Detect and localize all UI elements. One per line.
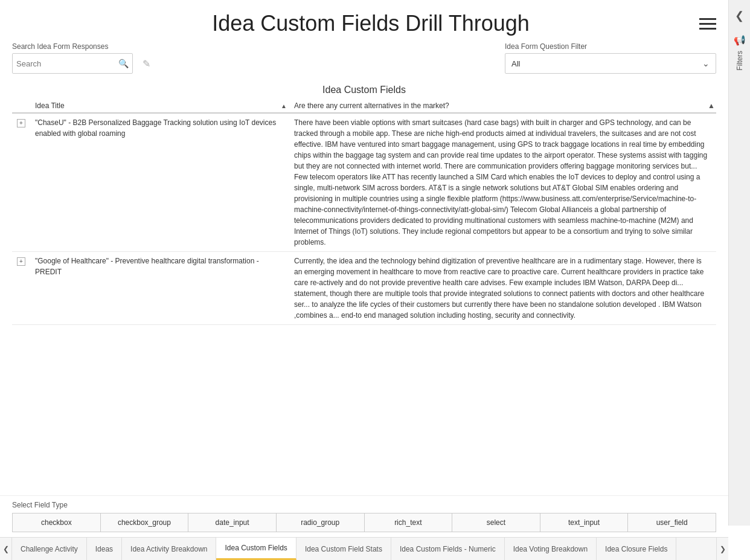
field-type-btn-user_field[interactable]: user_field xyxy=(627,513,716,532)
data-table: Idea Title ▲ Are there any current alter… xyxy=(12,99,716,329)
tab-challenge-activity[interactable]: Challenge Activity xyxy=(12,538,87,560)
filters-text: Filters xyxy=(736,51,744,71)
field-type-btn-rich_text[interactable]: rich_text xyxy=(364,513,452,532)
table-title: Idea Custom Fields xyxy=(12,80,716,99)
filters-label[interactable]: Filters xyxy=(736,51,744,71)
hamburger-menu[interactable] xyxy=(699,18,716,30)
search-section: Search Idea Form Responses 🔍 ✎ xyxy=(12,42,150,74)
search-input-wrapper: 🔍 xyxy=(12,53,133,74)
field-type-section: Select Field Type checkboxcheckbox_group… xyxy=(0,495,728,537)
tab-next-btn[interactable]: ❯ xyxy=(716,538,728,560)
main-content: Idea Custom Fields Drill Through Search … xyxy=(0,0,728,537)
tab-idea-closure-fields[interactable]: Idea Closure Fields xyxy=(597,538,676,560)
field-type-btn-text_input[interactable]: text_input xyxy=(540,513,628,532)
search-input[interactable] xyxy=(16,59,118,68)
filter-label: Idea Form Question Filter xyxy=(505,42,716,51)
expand-cell: + xyxy=(12,252,30,325)
response-cell: As it is Growing era , Every Individual … xyxy=(289,325,716,329)
table-row: +"Light Saving "- Can be achieved by ins… xyxy=(12,325,716,329)
expand-cell: + xyxy=(12,113,30,252)
idea-title-cell: "ChaseU" - B2B Personalized Baggage Trac… xyxy=(30,113,289,252)
field-type-btn-radio_group[interactable]: radio_group xyxy=(276,513,364,532)
page-title: Idea Custom Fields Drill Through xyxy=(42,11,699,36)
field-type-btn-select[interactable]: select xyxy=(452,513,540,532)
idea-title-cell: "Light Saving "- Can be achieved by inst… xyxy=(30,325,289,329)
col-idea-title: Idea Title ▲ xyxy=(30,99,289,113)
filter-value: All xyxy=(511,59,702,68)
field-type-buttons: checkboxcheckbox_groupdate_inputradio_gr… xyxy=(12,513,716,532)
filter-group: Idea Form Question Filter All ⌄ xyxy=(505,42,716,74)
sort-asc-icon[interactable]: ▲ xyxy=(281,103,287,109)
tab-ideas[interactable]: Ideas xyxy=(87,538,122,560)
chevron-down-icon: ⌄ xyxy=(702,59,710,68)
tab-bar: ❮ Challenge ActivityIdeasIdea Activity B… xyxy=(0,537,728,560)
field-type-btn-checkbox[interactable]: checkbox xyxy=(12,513,100,532)
filter-dropdown[interactable]: All ⌄ xyxy=(505,53,716,74)
idea-title-cell: "Google of Healthcare" - Preventive heal… xyxy=(30,252,289,325)
filter-section: Idea Form Question Filter All ⌄ xyxy=(162,42,716,74)
response-cell: There have been viable options with smar… xyxy=(289,113,716,252)
field-type-btn-checkbox_group[interactable]: checkbox_group xyxy=(100,513,188,532)
collapse-icon[interactable]: ❮ xyxy=(735,9,744,22)
scroll-right-icon[interactable]: ▲ xyxy=(708,101,715,110)
edit-icon[interactable]: ✎ xyxy=(143,58,150,69)
tab-idea-activity-breakdown[interactable]: Idea Activity Breakdown xyxy=(122,538,216,560)
tab-prev-btn[interactable]: ❮ xyxy=(0,538,12,560)
tab-idea-custom-fields-numeric[interactable]: Idea Custom Fields - Numeric xyxy=(391,538,505,560)
tab-idea-custom-field-stats[interactable]: Idea Custom Field Stats xyxy=(296,538,391,560)
expand-button[interactable]: + xyxy=(17,119,25,127)
col-response-label: Are there any current alternatives in th… xyxy=(294,101,449,110)
megaphone-icon[interactable]: 📢 xyxy=(734,34,746,46)
tab-idea-voting-breakdown[interactable]: Idea Voting Breakdown xyxy=(505,538,597,560)
page-header: Idea Custom Fields Drill Through xyxy=(0,0,728,42)
search-label: Search Idea Form Responses xyxy=(12,42,150,51)
tab-idea-custom-fields[interactable]: Idea Custom Fields xyxy=(216,538,296,560)
col-idea-title-label: Idea Title xyxy=(35,101,65,110)
field-type-btn-date_input[interactable]: date_input xyxy=(188,513,276,532)
controls-area: Search Idea Form Responses 🔍 ✎ Idea Form… xyxy=(0,42,728,80)
right-sidebar: ❮ 📢 Filters xyxy=(728,0,750,526)
expand-cell: + xyxy=(12,325,30,329)
table-row: +"ChaseU" - B2B Personalized Baggage Tra… xyxy=(12,113,716,252)
col-expand xyxy=(12,99,30,113)
expand-button[interactable]: + xyxy=(17,257,25,266)
table-scroll-wrapper[interactable]: Idea Title ▲ Are there any current alter… xyxy=(12,99,716,329)
col-response: Are there any current alternatives in th… xyxy=(289,99,716,113)
search-icon[interactable]: 🔍 xyxy=(118,59,129,68)
table-row: +"Google of Healthcare" - Preventive hea… xyxy=(12,252,716,325)
response-cell: Currently, the idea and the technology b… xyxy=(289,252,716,325)
table-area: Idea Custom Fields Idea Title ▲ Are ther… xyxy=(0,80,728,495)
field-type-label: Select Field Type xyxy=(12,501,716,509)
